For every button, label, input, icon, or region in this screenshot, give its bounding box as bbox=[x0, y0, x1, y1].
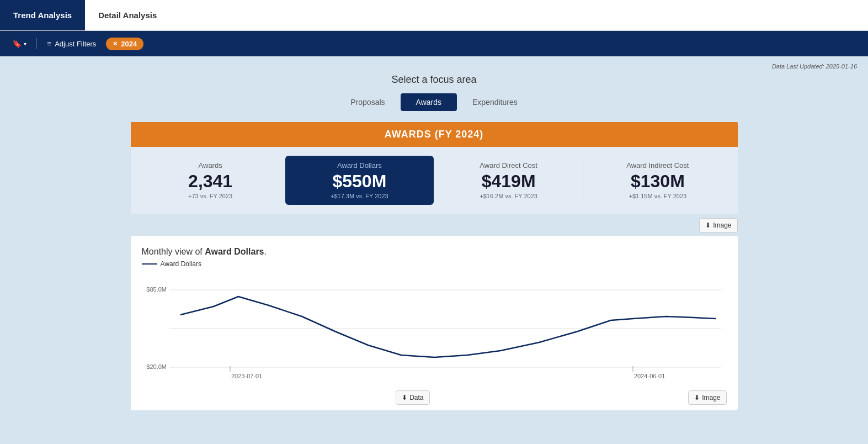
metric-award-dollars-sub: +$17.3M vs. FY 2023 bbox=[296, 193, 423, 199]
svg-text:$85.0M: $85.0M bbox=[146, 286, 167, 293]
metric-awards-count-label: Awards bbox=[147, 161, 274, 170]
metric-awards-count-sub: +73 vs. FY 2023 bbox=[147, 193, 274, 199]
download-image-button-bottom[interactable]: ⬇ Image bbox=[688, 390, 726, 405]
awards-header: AWARDS (FY 2024) bbox=[131, 122, 738, 147]
legend-label: Award Dollars bbox=[161, 260, 201, 268]
badge-close-icon: ✕ bbox=[113, 40, 118, 47]
year-badge-value: 2024 bbox=[121, 40, 137, 48]
metric-award-dollars-label: Award Dollars bbox=[296, 161, 423, 170]
chart-title-suffix: . bbox=[264, 247, 267, 256]
focus-area-section: Select a focus area Proposals Awards Exp… bbox=[11, 74, 857, 111]
filter-lines-icon: ≡ bbox=[47, 39, 51, 48]
download-data-icon: ⬇ bbox=[402, 394, 407, 401]
metric-award-indirect-cost-value: $130M bbox=[594, 172, 721, 191]
download-image-icon-bottom: ⬇ bbox=[694, 394, 700, 401]
chevron-down-icon: ▾ bbox=[24, 41, 26, 47]
year-filter-badge[interactable]: ✕ 2024 bbox=[106, 38, 143, 50]
chart-title-prefix: Monthly view of bbox=[142, 247, 205, 256]
focus-area-tabs: Proposals Awards Expenditures bbox=[11, 93, 857, 111]
download-image-button-top[interactable]: ⬇ Image bbox=[699, 218, 737, 232]
chart-legend: Award Dollars bbox=[142, 260, 727, 268]
metric-award-indirect-cost-label: Award Indirect Cost bbox=[594, 161, 721, 170]
adjust-filters-label: Adjust Filters bbox=[55, 40, 96, 48]
image-button-label-top: Image bbox=[713, 221, 731, 229]
tab-awards[interactable]: Awards bbox=[401, 93, 457, 111]
chart-title-bold: Award Dollars bbox=[205, 247, 264, 256]
tab-detail-analysis[interactable]: Detail Analysis bbox=[85, 0, 170, 30]
metric-award-dollars[interactable]: Award Dollars $550M +$17.3M vs. FY 2023 bbox=[285, 156, 434, 205]
metric-award-indirect-cost[interactable]: Award Indirect Cost $130M +$1.15M vs. FY… bbox=[583, 156, 732, 205]
filter-divider bbox=[36, 38, 37, 49]
metric-award-indirect-cost-sub: +$1.15M vs. FY 2023 bbox=[594, 193, 721, 199]
filter-bar: 🔖 ▾ ≡ Adjust Filters ✕ 2024 bbox=[0, 31, 868, 56]
metric-award-direct-cost-sub: +$16.2M vs. FY 2023 bbox=[445, 193, 572, 199]
chart-container: Monthly view of Award Dollars. Award Dol… bbox=[131, 236, 738, 410]
adjust-filters-button[interactable]: ≡ Adjust Filters bbox=[44, 37, 99, 50]
line-chart-svg: $85.0M $20.0M 2023-07-01 2024-06-01 bbox=[142, 273, 727, 384]
award-dollars-line bbox=[180, 297, 716, 357]
focus-area-title: Select a focus area bbox=[11, 74, 857, 86]
svg-text:$20.0M: $20.0M bbox=[146, 363, 167, 370]
data-last-updated: Data Last Updated: 2025-01-16 bbox=[11, 63, 857, 70]
metric-award-direct-cost-value: $419M bbox=[445, 172, 572, 191]
download-data-label: Data bbox=[409, 394, 423, 401]
chart-svg-wrapper: $85.0M $20.0M 2023-07-01 2024-06-01 bbox=[142, 273, 727, 386]
download-icon-top: ⬇ bbox=[705, 221, 711, 229]
download-data-button[interactable]: ⬇ Data bbox=[396, 390, 429, 405]
bookmark-icon: 🔖 bbox=[12, 39, 22, 48]
legend-line-icon bbox=[142, 263, 157, 265]
metric-awards-count-value: 2,341 bbox=[147, 172, 274, 191]
bookmark-button[interactable]: 🔖 ▾ bbox=[9, 37, 30, 50]
tab-expenditures[interactable]: Expenditures bbox=[457, 93, 533, 111]
svg-text:2023-07-01: 2023-07-01 bbox=[231, 373, 262, 379]
chart-bottom-row: ⬇ Data ⬇ Image bbox=[142, 390, 727, 405]
metric-award-direct-cost-label: Award Direct Cost bbox=[445, 161, 572, 170]
image-btn-row-top: ⬇ Image bbox=[131, 218, 738, 232]
main-content: Data Last Updated: 2025-01-16 Select a f… bbox=[0, 56, 868, 444]
metric-award-direct-cost[interactable]: Award Direct Cost $419M +$16.2M vs. FY 2… bbox=[434, 156, 583, 205]
awards-section: AWARDS (FY 2024) Awards 2,341 +73 vs. FY… bbox=[131, 122, 738, 410]
download-image-label-bottom: Image bbox=[702, 394, 720, 401]
metric-awards-count[interactable]: Awards 2,341 +73 vs. FY 2023 bbox=[136, 156, 285, 205]
tab-trend-analysis[interactable]: Trend Analysis bbox=[0, 0, 85, 30]
svg-text:2024-06-01: 2024-06-01 bbox=[634, 373, 665, 379]
awards-metrics: Awards 2,341 +73 vs. FY 2023 Award Dolla… bbox=[131, 147, 738, 214]
chart-title: Monthly view of Award Dollars. bbox=[142, 247, 727, 257]
metric-award-dollars-value: $550M bbox=[296, 172, 423, 191]
tab-proposals[interactable]: Proposals bbox=[335, 93, 400, 111]
top-nav: Trend Analysis Detail Analysis bbox=[0, 0, 868, 31]
